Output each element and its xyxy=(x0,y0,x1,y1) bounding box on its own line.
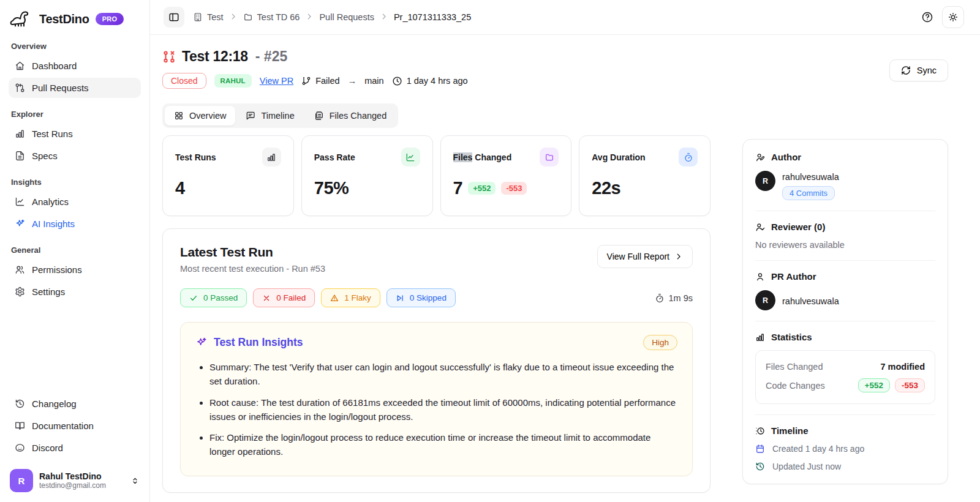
tab-files-changed[interactable]: Files Changed xyxy=(305,106,396,126)
insight-fix: Fix: Optimize the login/logout process t… xyxy=(209,430,677,459)
stat-card-files-changed: Files Changed 7 +552 -553 xyxy=(440,135,572,216)
panel-left-icon xyxy=(168,12,179,23)
x-icon xyxy=(262,294,271,302)
run-status-badges: 0 Passed 0 Failed 1 Flaky 0 Skipped xyxy=(180,288,693,307)
status-badge: Closed xyxy=(162,73,206,89)
latest-test-run-card: Latest Test Run Most recent test executi… xyxy=(162,228,710,493)
files-modified-value: 7 modified xyxy=(880,362,925,372)
skipped-badge: 0 Skipped xyxy=(386,288,456,307)
chevron-right-icon xyxy=(674,252,683,261)
sidebar-item-pull-requests[interactable]: Pull Requests xyxy=(9,78,141,98)
tab-bar: Overview Timeline Files Changed xyxy=(162,103,398,128)
view-full-report-button[interactable]: View Full Report xyxy=(597,245,693,268)
sidebar-item-dashboard[interactable]: Dashboard xyxy=(9,56,141,76)
git-branch-icon xyxy=(301,76,311,86)
content: Test 12:18 - #25 Closed RAHUL View PR Fa… xyxy=(150,35,980,502)
sparkles-icon xyxy=(15,219,25,229)
user-icon xyxy=(755,272,765,282)
chevron-right-icon xyxy=(380,12,388,23)
pr-author-heading: PR Author xyxy=(755,271,935,282)
insight-root-cause: Root cause: The test duration of 66181ms… xyxy=(209,395,677,424)
target-branch: main xyxy=(364,76,383,86)
timer-icon xyxy=(655,293,665,303)
breadcrumb-project[interactable]: Test xyxy=(193,12,224,22)
test-run-insights: Test Run Insights High Summary: The test… xyxy=(180,322,693,476)
sidebar-item-settings[interactable]: Settings xyxy=(9,282,141,302)
pr-details-panel: Author R rahulvesuwala 4 Commits Reviewe… xyxy=(742,139,948,484)
stat-card-test-runs: Test Runs 4 xyxy=(162,135,294,216)
view-pr-link[interactable]: View PR xyxy=(260,76,293,86)
app-name: TestDino xyxy=(39,12,89,26)
sidebar-section-overview: Overview xyxy=(11,42,138,51)
breadcrumb-section[interactable]: Pull Requests xyxy=(319,12,374,22)
app-logo[interactable]: TestDino PRO xyxy=(9,9,141,32)
passed-badge: 0 Passed xyxy=(180,288,247,307)
breadcrumb-current: Pr_1071311333_25 xyxy=(394,12,471,22)
no-reviewers-text: No reviewers available xyxy=(755,240,935,250)
help-button[interactable] xyxy=(921,11,933,23)
sidebar: TestDino PRO Overview Dashboard Pull Req… xyxy=(0,0,150,502)
stat-card-avg-duration: Avg Duration 22s xyxy=(579,135,710,216)
gear-icon xyxy=(15,287,25,297)
file-text-icon xyxy=(15,151,25,161)
sidebar-item-discord[interactable]: Discord xyxy=(9,438,141,458)
additions-badge: +552 xyxy=(468,182,496,195)
timeline-heading: Timeline xyxy=(755,425,935,436)
chevrons-up-down-icon xyxy=(130,476,140,485)
refresh-icon xyxy=(901,66,911,75)
tab-timeline[interactable]: Timeline xyxy=(236,106,303,126)
page-title: Test 12:18 xyxy=(182,48,248,65)
user-check-icon xyxy=(755,222,765,232)
run-duration: 1m 9s xyxy=(655,293,693,303)
breadcrumb-repo[interactable]: Test TD 66 xyxy=(243,12,300,22)
alert-triangle-icon xyxy=(330,294,339,302)
reviewer-heading: Reviewer (0) xyxy=(755,222,935,232)
theme-toggle-button[interactable] xyxy=(942,6,964,28)
stat-card-pass-rate: Pass Rate 75% xyxy=(301,135,433,216)
sidebar-item-specs[interactable]: Specs xyxy=(9,146,141,166)
files-changed-value: 7 xyxy=(453,178,463,198)
deletions-badge: -553 xyxy=(501,182,527,195)
avatar: R xyxy=(10,469,33,492)
divider xyxy=(755,260,935,261)
insights-title: Test Run Insights xyxy=(214,336,303,349)
failed-badge: 0 Failed xyxy=(253,288,315,307)
avg-duration-value: 22s xyxy=(592,178,698,198)
history-icon xyxy=(755,426,765,436)
divider xyxy=(755,211,935,211)
sidebar-toggle-button[interactable] xyxy=(164,7,184,28)
pr-number: - #25 xyxy=(255,48,287,65)
user-pen-icon xyxy=(755,152,765,162)
timeline-updated: Updated Just now xyxy=(755,462,935,471)
sidebar-item-permissions[interactable]: Permissions xyxy=(9,260,141,280)
sidebar-section-general: General xyxy=(11,245,138,255)
sidebar-item-analytics[interactable]: Analytics xyxy=(9,192,141,212)
folder-icon xyxy=(243,12,253,22)
latest-run-title: Latest Test Run xyxy=(180,245,325,260)
folder-icon xyxy=(540,148,559,167)
deletions-badge: -553 xyxy=(895,378,925,392)
timeline-created: Created 1 day 4 hrs ago xyxy=(755,444,935,454)
bar-chart-icon xyxy=(262,148,281,167)
tab-overview[interactable]: Overview xyxy=(165,106,235,126)
sidebar-item-changelog[interactable]: Changelog xyxy=(9,394,141,414)
clock-icon xyxy=(392,76,402,86)
arrow-right-glyph: → xyxy=(348,76,357,86)
book-open-icon xyxy=(15,421,25,431)
sidebar-item-ai-insights[interactable]: AI Insights xyxy=(9,214,141,234)
author-name: rahulvesuwala xyxy=(782,171,839,182)
git-pull-request-closed-icon xyxy=(162,50,176,64)
sparkles-icon xyxy=(195,337,207,348)
sidebar-item-documentation[interactable]: Documentation xyxy=(9,416,141,436)
users-icon xyxy=(15,264,25,275)
avatar: R xyxy=(755,171,775,191)
latest-run-subtitle: Most recent test execution - Run #53 xyxy=(180,264,325,274)
grid-icon xyxy=(174,111,184,121)
sync-button[interactable]: Sync xyxy=(889,59,948,81)
divider xyxy=(755,414,935,415)
sidebar-item-test-runs[interactable]: Test Runs xyxy=(9,124,141,144)
user-menu[interactable]: R Rahul TestDino testdino@gmail.com xyxy=(9,466,141,495)
dino-icon xyxy=(10,10,34,28)
check-icon xyxy=(189,294,198,302)
history-icon xyxy=(755,462,765,471)
